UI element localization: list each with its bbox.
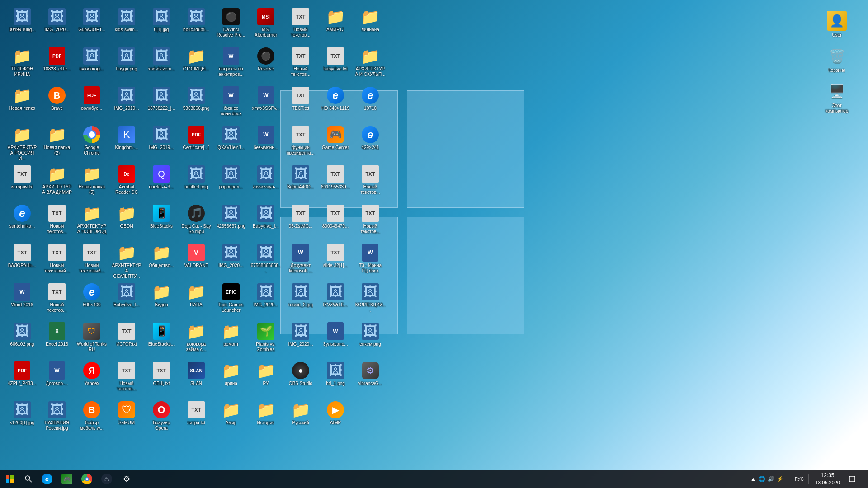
desktop-icon-novaya-papka-1[interactable]: 📁 Новая папка xyxy=(6,84,38,123)
desktop-icon-remont[interactable]: 📁 ремонт xyxy=(215,320,247,359)
desktop-icon-telefon-irina[interactable]: 📁 ТЕЛЕФОН ИРИНА xyxy=(6,45,38,84)
tray-speaker[interactable]: 🔊 xyxy=(767,475,775,483)
taskbar-app-chrome[interactable] xyxy=(77,470,97,488)
desktop-icon-epicgames[interactable]: EPIC Epic Games Launcher xyxy=(215,281,247,319)
desktop-icon-img-2019-2[interactable]: 🖼 IMG_2019... xyxy=(145,124,178,162)
desktop-icon-wot[interactable]: 🛡 World of Tanks RU xyxy=(75,320,108,359)
desktop-icon-opera[interactable]: O Браузер Opera xyxy=(145,399,178,437)
desktop-icon-test-txt[interactable]: TXT ТЕСТ.txt xyxy=(284,84,317,123)
desktop-icon-recycle[interactable]: 🗑️ Корзина xyxy=(819,44,854,75)
desktop-icon-irina-folder[interactable]: 📁 ирина xyxy=(215,360,247,398)
desktop-icon-acrobat[interactable]: Dc Acrobat Reader DC xyxy=(110,163,143,202)
desktop-icon-0-1-jpg[interactable]: 🖼 0[1].jpg xyxy=(145,6,178,44)
start-button[interactable] xyxy=(0,470,20,488)
taskbar-app-edge[interactable]: e xyxy=(37,470,57,488)
desktop-icon-gubw3oet[interactable]: 🖼 Gubw3OET... xyxy=(75,6,108,44)
desktop-icon-00499-king[interactable]: 🖼 00499-King... xyxy=(6,6,38,44)
desktop-icon-funktsii[interactable]: TXT функции президента... xyxy=(284,124,317,162)
tray-arrow[interactable]: ▲ xyxy=(749,475,757,483)
desktop-icon-bezymyann[interactable]: W безымянн... xyxy=(250,124,282,162)
desktop-icon-russie2[interactable]: 🖼 russie_2.jpg xyxy=(284,281,317,319)
desktop-icon-istoriya-txt[interactable]: TXT история.txt xyxy=(6,163,38,202)
desktop-icon-valopanh[interactable]: TXT ВАЛОРАНЬ... xyxy=(6,242,38,280)
desktop-icon-davinci[interactable]: ⚫ DaVinci Resolve Pro... xyxy=(215,6,247,44)
desktop-icon-oboi[interactable]: 📁 ОБОИ xyxy=(110,202,143,241)
desktop-icon-slide-32[interactable]: TXT slide-32[1]... xyxy=(319,242,352,280)
desktop-icon-new-txt-2[interactable]: TXT Новый текстов... xyxy=(284,45,317,84)
taskbar-app-steam[interactable]: ♨ xyxy=(97,470,117,488)
desktop-icon-volobuye[interactable]: PDF волобуе... xyxy=(75,84,108,123)
desktop-icon-800043479[interactable]: TXT 800043479... xyxy=(319,202,352,241)
desktop-icon-t3-irina[interactable]: W Т3 - Ирина ГЦ.docx xyxy=(354,242,387,280)
desktop-icon-novaya-papka-2[interactable]: 📁 Новая папка (2) xyxy=(41,124,73,162)
desktop-icon-kassovaya[interactable]: 🖼 kassovaya-... xyxy=(250,163,282,202)
desktop-icon-certificate[interactable]: PDF Certificate[...] xyxy=(180,124,212,162)
desktop-icon-untitled[interactable]: 🖼 untitled.png xyxy=(180,163,212,202)
desktop-icon-new-txt-7[interactable]: TXT Новый текстовый... xyxy=(75,242,108,280)
desktop-icon-obshch-txt[interactable]: TXT ОБЩ.txt xyxy=(145,360,178,398)
desktop-icon-qxavheyv[interactable]: 🖼 QXaVHeYJ... xyxy=(215,124,247,162)
desktop-icon-686102[interactable]: 🖼 686102.png xyxy=(6,320,38,359)
desktop-icon-quizlet[interactable]: Q quizlet-4-3... xyxy=(145,163,178,202)
desktop-icon-novaya-papka-5[interactable]: 📁 Новая папка (5) xyxy=(75,163,108,202)
keyboard-layout[interactable]: РУС xyxy=(793,477,806,482)
show-desktop-button[interactable] xyxy=(861,470,864,488)
desktop-icon-babydive[interactable]: TXT babydive.txt xyxy=(319,45,352,84)
desktop-icon-istor-txt[interactable]: TXT ИСТОР.txt xyxy=(110,320,143,359)
tray-battery[interactable]: ⚡ xyxy=(776,475,784,483)
desktop-icon-computer[interactable]: 🖥️ Этот компьютер xyxy=(819,80,854,116)
desktop-icon-img-2020-4[interactable]: 🖼 IMG_2020... xyxy=(284,320,317,359)
desktop-icon-santehnika[interactable]: e santehnika... xyxy=(6,202,38,241)
desktop-icon-resolve[interactable]: ⚫ Resolve xyxy=(250,45,282,84)
desktop-icon-img-2019-1[interactable]: 🖼 IMG_2019... xyxy=(110,84,143,123)
desktop-icon-arhitektura-russia[interactable]: 📁 АРХИТЕКТУРА РОССИЯ И... xyxy=(6,124,38,162)
desktop-icon-litra-txt[interactable]: TXT литра.txt xyxy=(180,399,212,437)
desktop-icon-img-2020-2[interactable]: 🖼 IMG_2020... xyxy=(215,242,247,280)
desktop-icon-babydive-i[interactable]: 🖼 Babydive_I... xyxy=(250,202,282,241)
desktop-icon-bofsor[interactable]: B бофср мебель.w... xyxy=(75,399,108,437)
desktop-icon-word-2016[interactable]: W Word 2016 xyxy=(6,281,38,319)
desktop-icon-kingdom[interactable]: K Kingdom-... xyxy=(110,124,143,162)
desktop-icon-amir-folder[interactable]: 📁 Амир xyxy=(215,399,247,437)
desktop-icon-kids-swim[interactable]: 🖼 kids-swim... xyxy=(110,6,143,44)
desktop-icon-yandex[interactable]: Я Yandex xyxy=(75,360,108,398)
desktop-icon-bb4c3d6b5[interactable]: 🖼 bb4c3d6b5... xyxy=(180,6,212,44)
taskbar-app-gamebar[interactable]: 🎮 xyxy=(57,470,77,488)
desktop-icon-aimp[interactable]: ▶ AIMP xyxy=(319,399,352,437)
desktop-icon-valorant[interactable]: V VALORANT xyxy=(180,242,212,280)
desktop-icon-arhitektura-novg[interactable]: 📁 АРХИТЕКТУРА НОВГОРОД xyxy=(75,202,108,241)
desktop-icon-fzvzwrle[interactable]: 🖼 fZVZWrLE... xyxy=(319,281,352,319)
desktop-icon-msi[interactable]: MSI MSI Afterburner xyxy=(250,6,282,44)
desktop-icon-s1200-1[interactable]: 🖼 s1200[1].jpg xyxy=(6,399,38,437)
desktop-icon-new-txt-9[interactable]: TXT Новый текстов... xyxy=(110,360,143,398)
desktop-icon-zulfano[interactable]: W Зульфано... xyxy=(319,320,352,359)
desktop-icon-avtodorog[interactable]: 🖼 avtodorogi... xyxy=(75,45,108,84)
desktop-icon-obs[interactable]: ● OBS Studio xyxy=(284,360,317,398)
desktop-icon-xmvx8sspv[interactable]: W xmvx8SSPv... xyxy=(250,84,282,123)
desktop-icon-user[interactable]: 👤 User xyxy=(819,9,854,40)
desktop-icon-slan[interactable]: SLAN SLAN xyxy=(180,360,212,398)
desktop-icon-biznesplan[interactable]: W бизнес план.docx xyxy=(215,84,247,123)
desktop-icon-18828-c1fe[interactable]: PDF 18828_c1fe... xyxy=(41,45,73,84)
desktop-icon-bluestacks-1[interactable]: 📱 BlueStacks xyxy=(145,202,178,241)
notification-center[interactable] xyxy=(845,470,859,488)
desktop-icon-06-zstmg[interactable]: TXT 06-ZstMG... xyxy=(284,202,317,241)
desktop-icon-hd1[interactable]: 🖼 hd_1.png xyxy=(319,360,352,398)
desktop-icon-18738222[interactable]: 🖼 18738222_j... xyxy=(145,84,178,123)
desktop-icon-babydive-l[interactable]: 🖼 Babydive_l... xyxy=(110,281,143,319)
desktop-icon-bqbma400[interactable]: 🖼 BqbmA40O... xyxy=(284,163,317,202)
search-button[interactable] xyxy=(20,470,37,488)
desktop-icon-new-txt-5[interactable]: TXT Новый текстов... xyxy=(354,202,387,241)
desktop-icon-amir13[interactable]: 📁 АМИР13 xyxy=(319,6,352,44)
desktop-icon-liliana[interactable]: 📁 лилиана xyxy=(354,6,387,44)
desktop-icon-safeup[interactable]: 🛡 SafeUM xyxy=(110,399,143,437)
desktop-icon-arhitektura-vlad[interactable]: 📁 АРХИТЕКТУРА ВЛАДИМИР xyxy=(41,163,73,202)
desktop-icon-papa[interactable]: 📁 ПАПА xyxy=(180,281,212,319)
desktop-icon-vibranceg[interactable]: ⚙ vibranceG... xyxy=(354,360,387,398)
desktop-icon-429x241[interactable]: e 429×241 xyxy=(354,124,387,162)
desktop-icon-enkem[interactable]: 🖼 енкем.png xyxy=(354,320,387,359)
desktop-icon-xod-dvizen[interactable]: 🖼 xod-dvizeni... xyxy=(145,45,178,84)
desktop-icon-nazvaniya[interactable]: 🖼 НАЗВАНИЯ России.jpg xyxy=(41,399,73,437)
desktop-icon-img-2020-3[interactable]: 🖼 IMG_2020... xyxy=(250,281,282,319)
desktop-icon-russky[interactable]: 📁 Русский xyxy=(284,399,317,437)
